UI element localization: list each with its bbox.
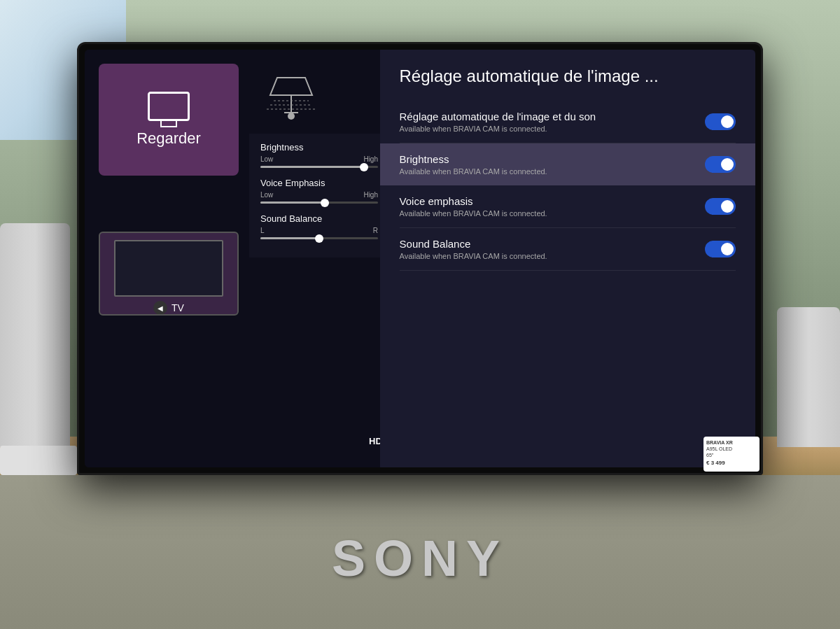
brightness-low: Low [260, 155, 273, 163]
voice-low: Low [260, 191, 273, 199]
settings-item-text-voice: Voice emphasis Available when BRAVIA CAM… [400, 195, 547, 218]
sound-balance-toggle[interactable] [705, 241, 736, 257]
tv-source-label: TV [172, 302, 184, 313]
voice-emphasis-setting-subtitle: Available when BRAVIA CAM is connected. [400, 209, 547, 218]
auto-image-sound-title: Réglage automatique de l'image et du son [400, 111, 596, 122]
regarder-card[interactable]: Regarder [99, 64, 239, 176]
brightness-filled [260, 166, 364, 168]
settings-item-text-brightness: Brightness Available when BRAVIA CAM is … [400, 153, 547, 176]
svg-marker-0 [270, 78, 312, 95]
sound-balance-setting-title: Sound Balance [400, 238, 547, 250]
play-button[interactable]: ◀ [153, 301, 167, 315]
brightness-track[interactable] [260, 166, 378, 168]
camera-icon [263, 74, 319, 123]
right-speaker [777, 307, 840, 447]
voice-thumb[interactable] [321, 199, 329, 207]
tv-thumbnail-card[interactable]: ◀ TV [99, 232, 239, 316]
brightness-slider-section: Brightness Low High [260, 142, 378, 168]
left-speaker [0, 223, 70, 447]
settings-item-voice-emphasis[interactable]: Voice emphasis Available when BRAVIA CAM… [400, 185, 736, 228]
auto-image-sound-toggle[interactable] [705, 113, 736, 130]
camera-area [249, 64, 333, 134]
regarder-label: Regarder [136, 129, 201, 148]
sound-left: L [260, 227, 265, 234]
voice-track[interactable] [260, 202, 378, 204]
voice-high: High [363, 191, 378, 199]
voice-range-labels: Low High [260, 191, 378, 199]
voice-emphasis-toggle[interactable] [705, 198, 736, 215]
left-panel: Regarder [85, 50, 393, 467]
right-panel: Réglage automatique de l'image ... Régla… [380, 50, 755, 467]
sound-balance-filled [260, 237, 319, 239]
voice-emphasis-label: Voice Emphasis [260, 178, 378, 188]
voice-filled [260, 202, 325, 204]
tv-screen: Regarder [85, 50, 755, 467]
settings-item-text-sound-balance: Sound Balance Available when BRAVIA CAM … [400, 238, 547, 260]
sound-balance-range-labels: L R [260, 227, 378, 234]
tv-icon [148, 92, 190, 121]
brightness-thumb[interactable] [360, 163, 368, 171]
settings-item-sound-balance[interactable]: Sound Balance Available when BRAVIA CAM … [400, 228, 736, 271]
settings-title: Réglage automatique de l'image ... [400, 66, 736, 87]
sound-balance-thumb[interactable] [315, 234, 323, 243]
brightness-range-labels: Low High [260, 155, 378, 163]
tv-thumb-screen [114, 240, 224, 297]
voice-emphasis-setting-title: Voice emphasis [400, 195, 547, 207]
left-speaker-base [0, 446, 77, 475]
brightness-toggle[interactable] [705, 156, 736, 173]
brightness-label: Brightness [260, 142, 378, 153]
sony-logo: SONY [332, 530, 508, 587]
sliders-panel: Brightness Low High Voice Emphasis Low [249, 134, 389, 257]
brightness-setting-title: Brightness [400, 153, 547, 165]
sound-right: R [373, 227, 378, 234]
sound-balance-setting-subtitle: Available when BRAVIA CAM is connected. [400, 252, 547, 260]
brightness-high: High [363, 155, 378, 163]
auto-image-sound-subtitle: Available when BRAVIA CAM is connected. [400, 125, 596, 133]
settings-item-auto-image-sound[interactable]: Réglage automatique de l'image et du son… [400, 101, 736, 143]
price-tag: BRAVIA XR A95L OLED 65" € 3 499 [704, 437, 760, 472]
voice-emphasis-slider-section: Voice Emphasis Low High [260, 178, 378, 204]
svg-point-6 [288, 113, 295, 120]
sound-balance-slider-section: Sound Balance L R [260, 213, 378, 239]
settings-item-text-auto: Réglage automatique de l'image et du son… [400, 111, 596, 133]
tv-body: Regarder [77, 42, 763, 475]
sound-balance-label: Sound Balance [260, 213, 378, 224]
tv-thumb-label: ◀ TV [100, 301, 237, 315]
settings-item-brightness[interactable]: Brightness Available when BRAVIA CAM is … [380, 143, 755, 185]
sound-balance-track[interactable] [260, 237, 378, 239]
brightness-setting-subtitle: Available when BRAVIA CAM is connected. [400, 167, 547, 176]
